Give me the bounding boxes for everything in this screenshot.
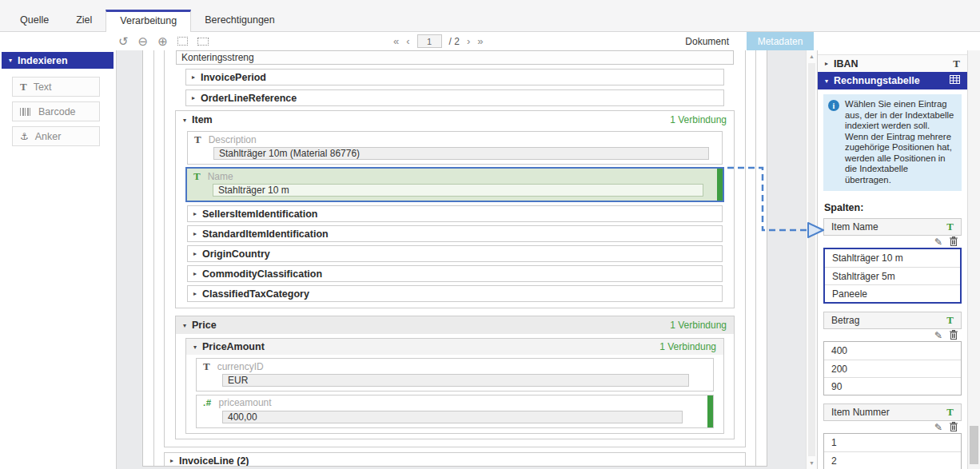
list-item[interactable]: Stahlträger 5m xyxy=(825,267,960,284)
list-item[interactable]: 400 xyxy=(824,342,961,360)
panel-orderlinereference[interactable]: ▸ OrderLineReference xyxy=(185,89,724,106)
info-box: i Wählen Sie einen Eintrag aus, der in d… xyxy=(823,94,962,191)
priceamount-input[interactable]: 400,00 xyxy=(222,411,683,423)
barcode-tool-button[interactable]: Barcode xyxy=(12,101,100,121)
dokument-view-button[interactable]: Dokument xyxy=(667,32,747,50)
panel-classifiedtaxcategory[interactable]: ▸ ClassifiedTaxCategory xyxy=(187,285,723,302)
toolbar-icon-group: ↺ ⊖ ⊕ xyxy=(118,32,209,50)
priceamount-label: priceamount xyxy=(219,397,272,408)
edit-icon[interactable]: ✎ xyxy=(934,423,942,432)
panel-invoiceperiod[interactable]: ▸ InvoicePeriod xyxy=(185,69,724,85)
column-tools: ✎ xyxy=(823,330,962,341)
collapsed-icon: ▸ xyxy=(193,210,197,217)
panel-label: OrderLineReference xyxy=(201,93,297,104)
text-tool-button[interactable]: T Text xyxy=(12,77,100,97)
collapsed-icon: ▸ xyxy=(193,230,197,237)
price-panel-header[interactable]: ▾ Price 1 Verbindung xyxy=(176,316,734,334)
text-icon: T xyxy=(203,360,210,373)
priceamount-panel: ▾ PriceAmount 1 Verbindung T currencyID xyxy=(185,338,724,434)
connection-indicator-bar xyxy=(717,169,723,201)
column-card-betrag: Betrag T ✎ 400 200 90 xyxy=(823,312,962,395)
item-content: T Description Stahlträger 10m (Material … xyxy=(176,131,734,308)
first-page-icon[interactable]: « xyxy=(393,35,399,47)
panel-label: InvoicePeriod xyxy=(201,72,266,83)
zoom-in-icon[interactable]: ⊕ xyxy=(157,35,168,47)
indexieren-header[interactable]: ▾ Indexieren xyxy=(2,52,114,69)
scroll-down-icon[interactable]: ▼ xyxy=(807,460,817,466)
list-item[interactable]: 1 xyxy=(824,434,961,451)
column-header[interactable]: Betrag T xyxy=(823,312,962,329)
panel-origincountry[interactable]: ▸ OriginCountry xyxy=(187,245,723,262)
decimal-number-icon: .# xyxy=(203,398,212,407)
list-item[interactable]: Stahlträger 10 m xyxy=(825,249,960,267)
indexieren-label: Indexieren xyxy=(18,55,68,66)
currencyid-input[interactable]: EUR xyxy=(222,374,689,387)
last-page-icon[interactable]: » xyxy=(477,35,483,47)
left-sidebar: ▾ Indexieren T Text Barcode ⚓ Anker xyxy=(0,50,117,469)
edit-icon[interactable]: ✎ xyxy=(934,331,942,340)
next-page-icon[interactable]: › xyxy=(467,35,470,47)
panel-commodityclassification[interactable]: ▸ CommodityClassification xyxy=(187,265,723,282)
konteringsstreng-input[interactable]: Konteringsstreng xyxy=(176,50,734,65)
panel-label: ClassifiedTaxCategory xyxy=(202,288,309,300)
page-number-input[interactable] xyxy=(417,34,442,48)
tab-quelle[interactable]: Quelle xyxy=(6,10,62,31)
tab-berechtigungen[interactable]: Berechtigungen xyxy=(191,10,289,31)
fit-width-icon[interactable] xyxy=(197,38,209,46)
collapsed-icon: ▸ xyxy=(192,94,195,101)
text-icon: T xyxy=(946,221,954,233)
column-title: Betrag xyxy=(831,315,859,326)
main-tabbar: Quelle Ziel Verarbeitung Berechtigungen xyxy=(0,0,980,32)
metadaten-view-button[interactable]: Metadaten xyxy=(747,32,814,50)
column-title: Item Nummer xyxy=(831,407,890,418)
panel-label: SellersItemIdentification xyxy=(202,209,317,220)
list-item[interactable]: 200 xyxy=(824,360,961,377)
delete-icon[interactable] xyxy=(950,236,958,248)
priceamount-field[interactable]: .# priceamount 400,00 xyxy=(196,395,714,428)
tab-ziel[interactable]: Ziel xyxy=(62,10,106,31)
price-connection-badge: 1 Verbindung xyxy=(670,320,727,331)
connection-indicator-bar xyxy=(707,395,713,427)
name-field-selected[interactable]: T Name Stahlträger 10 m xyxy=(185,167,724,202)
scrollbar-thumb[interactable] xyxy=(808,63,815,456)
spalten-label: Spalten: xyxy=(824,202,961,213)
prev-page-icon[interactable]: ‹ xyxy=(406,35,409,47)
text-tool-label: Text xyxy=(34,81,52,93)
table-icon xyxy=(950,75,960,86)
description-input[interactable]: Stahlträger 10m (Material 86776) xyxy=(213,147,709,160)
undo-icon[interactable]: ↺ xyxy=(118,35,129,47)
panel-sellersitemidentification[interactable]: ▸ SellersItemIdentification xyxy=(187,205,723,222)
column-header[interactable]: Item Nummer T xyxy=(823,403,962,421)
edit-icon[interactable]: ✎ xyxy=(934,237,942,247)
text-icon: T xyxy=(20,81,27,93)
description-field[interactable]: T Description Stahlträger 10m (Material … xyxy=(187,131,723,165)
collapsed-icon: ▸ xyxy=(170,457,173,464)
rechnungstabelle-section-header[interactable]: ▾ Rechnungstabelle xyxy=(818,72,967,89)
list-item[interactable]: 90 xyxy=(824,377,961,395)
iban-section-header[interactable]: ▸ IBAN T xyxy=(818,54,967,72)
name-input[interactable]: Stahlträger 10 m xyxy=(213,184,703,197)
priceamount-panel-header[interactable]: ▾ PriceAmount 1 Verbindung xyxy=(186,339,723,355)
list-item[interactable]: Paneele xyxy=(825,284,960,302)
currencyid-field[interactable]: T currencyID EUR xyxy=(196,358,714,391)
info-icon: i xyxy=(828,100,839,111)
delete-icon[interactable] xyxy=(950,330,958,342)
panel-label: InvoiceLine (2) xyxy=(179,455,249,467)
anker-tool-button[interactable]: ⚓ Anker xyxy=(12,126,100,146)
tab-verarbeitung[interactable]: Verarbeitung xyxy=(106,10,191,32)
expanded-icon: ▾ xyxy=(193,344,197,351)
scroll-up-icon[interactable]: ▲ xyxy=(807,54,817,59)
canvas-scrollbar[interactable]: ▲ ▼ xyxy=(806,50,817,469)
sidebar-scrollbar[interactable] xyxy=(967,50,980,469)
fit-page-icon[interactable] xyxy=(177,37,188,46)
zoom-out-icon[interactable]: ⊖ xyxy=(138,35,149,47)
panel-standarditemidentification[interactable]: ▸ StandardItemIdentification xyxy=(187,225,723,242)
item-panel-header[interactable]: ▾ Item 1 Verbindung xyxy=(176,111,734,129)
scrollbar-thumb[interactable] xyxy=(970,426,978,464)
pagination: « ‹ / 2 › » xyxy=(393,32,484,50)
column-header[interactable]: Item Name T xyxy=(823,218,962,236)
list-item[interactable]: 2 xyxy=(824,451,961,469)
panel-invoiceline2[interactable]: ▸ InvoiceLine (2) xyxy=(164,452,746,467)
delete-icon[interactable] xyxy=(950,422,958,434)
priceamount-title: PriceAmount xyxy=(202,341,265,352)
